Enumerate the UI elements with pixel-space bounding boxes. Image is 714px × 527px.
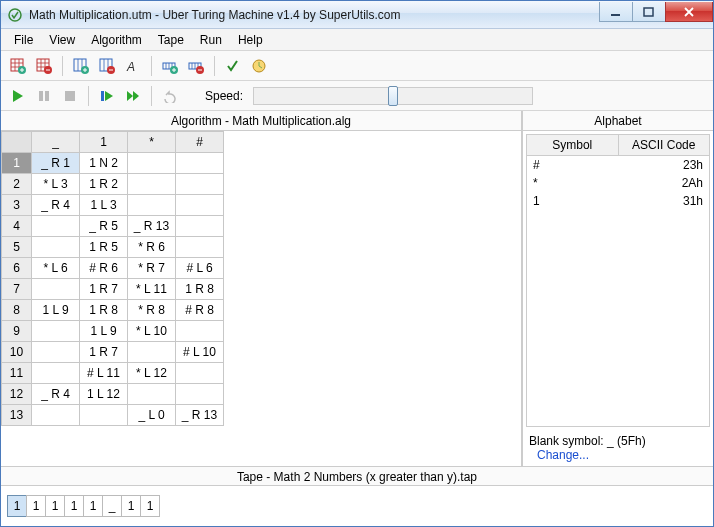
window-title: Math Multiplication.utm - Uber Turing Ma… — [29, 8, 600, 22]
minimize-button[interactable] — [599, 2, 633, 22]
app-icon — [7, 7, 23, 23]
algorithm-header: Algorithm - Math Multiplication.alg — [1, 111, 521, 131]
alphabet-header: Alphabet — [523, 111, 713, 131]
svg-rect-18 — [45, 91, 49, 101]
font-icon[interactable]: A — [122, 55, 144, 77]
menu-view[interactable]: View — [42, 31, 82, 49]
svg-rect-17 — [39, 91, 43, 101]
tape[interactable]: 11111_11 — [1, 486, 713, 526]
alphabet-col-ascii[interactable]: ASCII Code — [619, 135, 710, 155]
maximize-button[interactable] — [632, 2, 666, 22]
blank-symbol-label: Blank symbol: _ (5Fh) — [529, 434, 646, 448]
grid-add-icon[interactable] — [7, 55, 29, 77]
tape-cell[interactable]: 1 — [45, 495, 65, 517]
menu-help[interactable]: Help — [231, 31, 270, 49]
check-icon[interactable] — [222, 55, 244, 77]
close-button[interactable] — [665, 2, 713, 22]
stop-button[interactable] — [59, 85, 81, 107]
alphabet-row[interactable]: 131h — [527, 192, 709, 210]
grid-col-add-icon[interactable] — [70, 55, 92, 77]
svg-text:A: A — [126, 60, 135, 74]
toolbar: A — [1, 51, 713, 81]
play-button[interactable] — [7, 85, 29, 107]
pause-button[interactable] — [33, 85, 55, 107]
runbar: Speed: — [1, 81, 713, 111]
step-button[interactable] — [96, 85, 118, 107]
tape-cell[interactable]: _ — [102, 495, 122, 517]
svg-rect-2 — [644, 8, 653, 16]
tape-cell[interactable]: 1 — [140, 495, 160, 517]
svg-rect-20 — [101, 91, 104, 101]
alphabet-table: Symbol ASCII Code #23h*2Ah131h — [526, 134, 710, 427]
menu-tape[interactable]: Tape — [151, 31, 191, 49]
menu-run[interactable]: Run — [193, 31, 229, 49]
alphabet-row[interactable]: #23h — [527, 156, 709, 174]
tape-header: Tape - Math 2 Numbers (x greater than y)… — [1, 466, 713, 486]
change-link[interactable]: Change... — [537, 448, 589, 462]
svg-rect-19 — [65, 91, 75, 101]
fast-forward-button[interactable] — [122, 85, 144, 107]
alphabet-row[interactable]: *2Ah — [527, 174, 709, 192]
tape-cell[interactable]: 1 — [83, 495, 103, 517]
tape-cell[interactable]: 1 — [64, 495, 84, 517]
grid-col-remove-icon[interactable] — [96, 55, 118, 77]
menu-algorithm[interactable]: Algorithm — [84, 31, 149, 49]
speed-slider[interactable] — [253, 87, 533, 105]
svg-rect-1 — [611, 14, 620, 16]
grid-remove-icon[interactable] — [33, 55, 55, 77]
tape-cell[interactable]: 1 — [26, 495, 46, 517]
reset-icon[interactable] — [159, 85, 181, 107]
tape-remove-icon[interactable] — [185, 55, 207, 77]
tape-cell[interactable]: 1 — [7, 495, 27, 517]
tape-add-icon[interactable] — [159, 55, 181, 77]
alphabet-col-symbol[interactable]: Symbol — [527, 135, 619, 155]
menubar: File View Algorithm Tape Run Help — [1, 29, 713, 51]
algorithm-grid[interactable]: _1*#1_ R 11 N 22* L 31 R 23_ R 41 L 34_ … — [1, 131, 224, 426]
tape-cell[interactable]: 1 — [121, 495, 141, 517]
svg-point-0 — [9, 9, 21, 21]
clock-icon[interactable] — [248, 55, 270, 77]
speed-label: Speed: — [205, 89, 243, 103]
menu-file[interactable]: File — [7, 31, 40, 49]
